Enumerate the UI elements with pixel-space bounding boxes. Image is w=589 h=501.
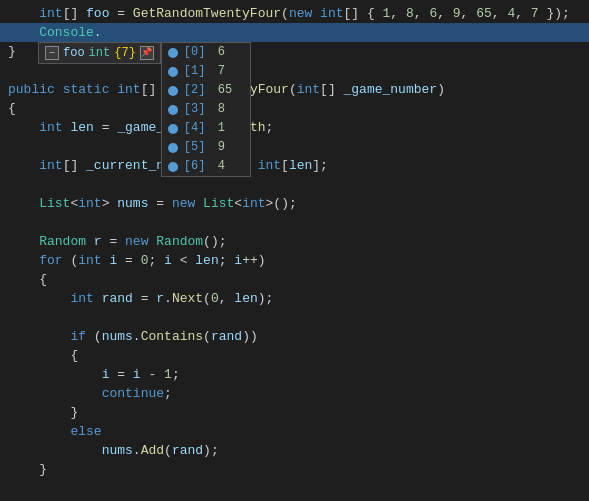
code-line-18: if (nums.Contains(rand)) (0, 327, 589, 346)
array-item-value-3: 8 (218, 100, 225, 119)
code-editor: int[] foo = GetRandomTwentyFour(new int[… (0, 0, 589, 501)
array-item-5[interactable]: [5]9 (162, 138, 250, 157)
array-item-value-2: 65 (218, 81, 232, 100)
array-item-icon-1 (168, 67, 178, 77)
code-line-15: { (0, 270, 589, 289)
array-item-index-3: [3] (184, 100, 212, 119)
code-line-blank-3 (0, 175, 589, 194)
pin-button[interactable]: 📌 (140, 46, 154, 60)
array-item-index-4: [4] (184, 119, 212, 138)
code-line-23: else (0, 422, 589, 441)
array-item-icon-3 (168, 105, 178, 115)
collapse-button[interactable]: − (45, 46, 59, 60)
array-item-value-6: 4 (218, 157, 225, 176)
array-item-1[interactable]: [1]7 (162, 62, 250, 81)
code-line-24: nums.Add(rand); (0, 441, 589, 460)
code-line-13: Random r = new Random(); (0, 232, 589, 251)
code-line-2: Console. (0, 23, 589, 42)
code-line-16: int rand = r.Next(0, len); (0, 289, 589, 308)
array-item-icon-5 (168, 143, 178, 153)
array-item-value-5: 9 (218, 138, 225, 157)
array-item-index-5: [5] (184, 138, 212, 157)
code-line-22: } (0, 403, 589, 422)
array-item-icon-0 (168, 48, 178, 58)
array-item-2[interactable]: [2]65 (162, 81, 250, 100)
array-item-value-0: 6 (218, 43, 225, 62)
array-item-6[interactable]: [6]4 (162, 157, 250, 176)
code-line-1: int[] foo = GetRandomTwentyFour(new int[… (0, 4, 589, 23)
array-item-value-4: 1 (218, 119, 225, 138)
array-item-icon-2 (168, 86, 178, 96)
tooltip-braces: {7} (114, 44, 136, 63)
code-line-blank-6 (0, 479, 589, 498)
tooltip-header: − foo int {7} 📌 (38, 42, 161, 64)
debug-tooltip: − foo int {7} 📌 [0]6[1]7[2]65[3]8[4]1[5]… (38, 42, 251, 177)
code-line-21: continue; (0, 384, 589, 403)
array-item-index-1: [1] (184, 62, 212, 81)
array-dropdown[interactable]: [0]6[1]7[2]65[3]8[4]1[5]9[6]4 (161, 42, 251, 177)
array-item-index-2: [2] (184, 81, 212, 100)
code-line-19: { (0, 346, 589, 365)
code-line-blank-5 (0, 308, 589, 327)
array-item-3[interactable]: [3]8 (162, 100, 250, 119)
tooltip-varname: foo (63, 44, 85, 63)
code-line-blank-4 (0, 213, 589, 232)
array-item-index-0: [0] (184, 43, 212, 62)
code-line-25: } (0, 460, 589, 479)
array-item-value-1: 7 (218, 62, 225, 81)
array-item-4[interactable]: [4]1 (162, 119, 250, 138)
tooltip-typename: int (89, 44, 111, 63)
array-item-index-6: [6] (184, 157, 212, 176)
array-item-icon-6 (168, 162, 178, 172)
code-line-11: List<int> nums = new List<int>(); (0, 194, 589, 213)
array-item-icon-4 (168, 124, 178, 134)
code-line-14: for (int i = 0; i < len; i++) (0, 251, 589, 270)
code-line-20: i = i - 1; (0, 365, 589, 384)
array-item-0[interactable]: [0]6 (162, 43, 250, 62)
